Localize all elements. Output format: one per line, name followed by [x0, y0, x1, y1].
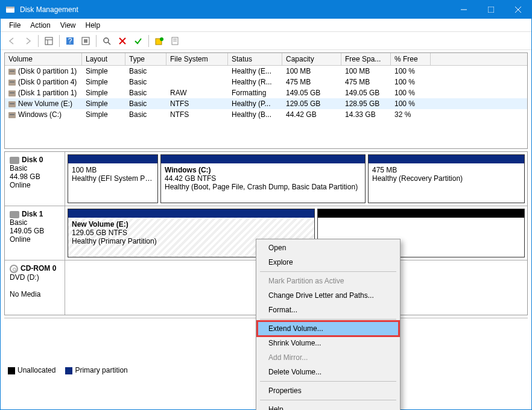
volume-row[interactable]: (Disk 0 partition 1)SimpleBasicHealthy (…: [5, 66, 527, 77]
volume-list-header: Volume Layout Type File System Status Ca…: [5, 53, 527, 66]
window-titlebar: Disk Management: [1, 1, 531, 19]
disk-icon: [10, 211, 19, 218]
app-icon: [5, 5, 15, 14]
svg-rect-3: [488, 7, 494, 13]
context-menu-separator: [260, 319, 396, 320]
context-menu-item[interactable]: Help: [258, 402, 399, 410]
col-pctfree[interactable]: % Free: [391, 53, 431, 65]
window-title: Disk Management: [20, 5, 450, 14]
context-menu-item[interactable]: Properties: [258, 383, 399, 398]
context-menu-separator: [260, 381, 396, 382]
col-type[interactable]: Type: [125, 53, 166, 65]
svg-rect-12: [84, 39, 87, 43]
col-freespace[interactable]: Free Spa...: [341, 53, 391, 65]
context-menu-item[interactable]: Change Drive Letter and Paths...: [258, 288, 399, 303]
volume-row[interactable]: New Volume (E:)SimpleBasicNTFSHealthy (P…: [5, 98, 527, 109]
volume-icon: [8, 101, 16, 107]
volume-list[interactable]: Volume Layout Type File System Status Ca…: [4, 52, 528, 149]
col-status[interactable]: Status: [228, 53, 282, 65]
context-menu-item[interactable]: Format...: [258, 303, 399, 317]
partition[interactable]: Windows (C:)44.42 GB NTFSHealthy (Boot, …: [160, 154, 366, 203]
disk-label: CD-ROM 0DVD (D:)No Media: [5, 260, 65, 315]
legend-primary: Primary partition: [75, 366, 127, 374]
svg-rect-1: [6, 7, 14, 8]
svg-point-13: [104, 38, 109, 43]
disk-label: Disk 1Basic149.05 GBOnline: [5, 206, 65, 260]
properties-button[interactable]: [168, 34, 182, 48]
show-hide-tree-button[interactable]: [42, 34, 55, 48]
volume-row[interactable]: Windows (C:)SimpleBasicNTFSHealthy (B...…: [5, 109, 527, 120]
context-menu-item[interactable]: Extend Volume...: [258, 321, 399, 336]
partition-header: [318, 209, 524, 218]
menu-file[interactable]: File: [4, 20, 25, 31]
partition-header: [161, 155, 365, 163]
context-menu-item[interactable]: Explore: [258, 255, 399, 270]
context-menu: OpenExploreMark Partition as ActiveChang…: [256, 239, 401, 410]
svg-text:?: ?: [68, 37, 72, 45]
settings-button[interactable]: [79, 34, 92, 48]
cd-icon: [10, 265, 18, 273]
volume-icon: [8, 112, 16, 118]
volume-row[interactable]: (Disk 0 partition 4)SimpleBasicHealthy (…: [5, 77, 527, 87]
svg-line-14: [108, 42, 110, 45]
context-menu-item: Mark Partition as Active: [258, 274, 399, 288]
forward-button[interactable]: [21, 34, 34, 48]
context-menu-separator: [260, 271, 396, 272]
context-menu-item[interactable]: Shrink Volume...: [258, 336, 399, 350]
menu-help[interactable]: Help: [81, 20, 106, 31]
back-button[interactable]: [5, 34, 19, 48]
volume-icon: [8, 80, 16, 86]
delete-button[interactable]: [116, 34, 129, 48]
legend-swatch-primary: [65, 367, 72, 374]
col-filesystem[interactable]: File System: [166, 53, 228, 65]
context-menu-separator: [260, 400, 396, 400]
legend-swatch-unallocated: [8, 367, 15, 374]
partition-header: [68, 155, 157, 163]
close-button[interactable]: [504, 1, 531, 19]
apply-button[interactable]: [131, 34, 145, 48]
disk-row: Disk 0Basic44.98 GBOnline100 MBHealthy (…: [5, 152, 527, 206]
context-menu-item[interactable]: Delete Volume...: [258, 365, 399, 379]
context-menu-item[interactable]: Open: [258, 241, 399, 255]
legend-unallocated: Unallocated: [17, 366, 55, 374]
col-layout[interactable]: Layout: [82, 53, 125, 65]
volume-row[interactable]: (Disk 1 partition 1)SimpleBasicRAWFormat…: [5, 87, 527, 98]
help-button[interactable]: ?: [63, 34, 77, 48]
partition[interactable]: 475 MBHealthy (Recovery Partition): [368, 154, 525, 203]
volume-icon: [8, 69, 16, 75]
new-volume-button[interactable]: [153, 34, 166, 48]
toolbar: ?: [1, 32, 531, 50]
col-volume[interactable]: Volume: [5, 53, 82, 65]
menu-view[interactable]: View: [55, 20, 81, 31]
rescan-button[interactable]: [100, 34, 113, 48]
minimize-button[interactable]: [450, 1, 477, 19]
partition-header: [68, 209, 314, 218]
context-menu-item: Add Mirror...: [258, 350, 399, 365]
svg-rect-6: [45, 37, 52, 45]
menubar: File Action View Help: [1, 19, 531, 32]
disk-label: Disk 0Basic44.98 GBOnline: [5, 152, 65, 206]
col-capacity[interactable]: Capacity: [282, 53, 341, 65]
svg-point-18: [160, 37, 163, 41]
menu-action[interactable]: Action: [25, 20, 55, 31]
maximize-button[interactable]: [477, 1, 504, 19]
volume-icon: [8, 90, 16, 96]
partition[interactable]: 100 MBHealthy (EFI System Partition): [68, 154, 158, 203]
disk-icon: [10, 157, 19, 164]
partition-header: [369, 155, 524, 163]
